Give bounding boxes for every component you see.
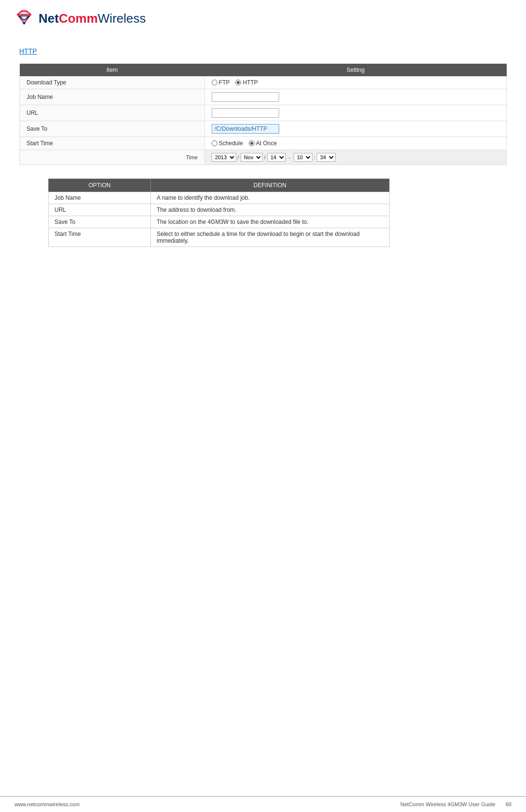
hour-select[interactable]: 10	[294, 153, 312, 162]
logo-text-wireless: Wireless	[98, 11, 146, 26]
start-time-radio-group: Schedule At Once	[212, 140, 499, 147]
download-type-radio-group: FTP HTTP	[212, 79, 499, 86]
row-start-time: Start Time Schedule At Once	[20, 137, 507, 150]
def-definition-cell: The location on the 4GM3W to save the do…	[151, 216, 390, 228]
save-to-input[interactable]	[212, 124, 279, 134]
job-name-input[interactable]	[212, 92, 279, 102]
radio-ftp-circle[interactable]	[212, 80, 217, 85]
radio-ftp[interactable]: FTP	[212, 79, 230, 86]
svg-point-2	[23, 22, 26, 25]
radio-schedule[interactable]: Schedule	[212, 140, 243, 147]
year-select[interactable]: 2013	[212, 153, 236, 162]
radio-at-once[interactable]: At Once	[249, 140, 277, 147]
row-url: URL	[20, 105, 507, 121]
header: NetCommWireless	[0, 0, 526, 33]
col-definition-header: DEFINITION	[151, 179, 390, 192]
page-number: 60	[506, 801, 512, 807]
sep2: /	[264, 154, 266, 160]
setting-start-time: Schedule At Once	[204, 137, 506, 150]
label-url: URL	[20, 105, 205, 121]
day-select[interactable]: 14	[267, 153, 286, 162]
radio-http[interactable]: HTTP	[235, 79, 257, 86]
label-time: Time	[20, 150, 205, 165]
time-label-text: Time	[186, 154, 198, 160]
def-table-row: Start TimeSelect to either schedule a ti…	[49, 228, 390, 247]
sep4: :	[314, 154, 315, 160]
def-definition-cell: Select to either schedule a time for the…	[151, 228, 390, 247]
label-save-to: Save To	[20, 121, 205, 137]
setting-save-to	[204, 121, 506, 137]
row-job-name: Job Name	[20, 89, 507, 105]
col-option-header: OPTION	[49, 179, 151, 192]
radio-http-circle[interactable]	[235, 80, 241, 85]
url-input[interactable]	[212, 108, 279, 118]
def-option-cell: URL	[49, 204, 151, 216]
row-save-to: Save To	[20, 121, 507, 137]
def-table-row: URLThe address to download from.	[49, 204, 390, 216]
setting-job-name	[204, 89, 506, 105]
row-time: Time 2013 / Nov / 14	[20, 150, 507, 165]
time-selects: 2013 / Nov / 14 - 10	[212, 153, 499, 162]
footer-right-text: NetComm Wireless 4GM3W User Guide	[401, 801, 496, 807]
month-select[interactable]: Nov	[241, 153, 263, 162]
def-table-row: Save ToThe location on the 4GM3W to save…	[49, 216, 390, 228]
footer-left: www.netcommwireless.com	[14, 801, 80, 807]
minute-select[interactable]: 34	[317, 153, 336, 162]
def-definition-cell: The address to download from.	[151, 204, 390, 216]
section-title: HTTP	[19, 47, 507, 55]
sep1: /	[238, 154, 239, 160]
setting-time: 2013 / Nov / 14 - 10	[204, 150, 506, 165]
logo: NetCommWireless	[14, 9, 146, 28]
page-content: HTTP Item Setting Download Type FTP	[0, 33, 526, 290]
row-download-type: Download Type FTP HTTP	[20, 76, 507, 89]
sep3: -	[287, 154, 292, 160]
def-definition-cell: A name to identify the download job.	[151, 192, 390, 204]
label-start-time: Start Time	[20, 137, 205, 150]
setting-url	[204, 105, 506, 121]
footer-right: NetComm Wireless 4GM3W User Guide 60	[401, 801, 512, 807]
radio-ftp-label: FTP	[219, 79, 230, 86]
col-setting-header: Setting	[204, 64, 506, 76]
logo-text-comm: Comm	[59, 11, 98, 26]
setting-download-type: FTP HTTP	[204, 76, 506, 89]
radio-schedule-circle[interactable]	[212, 140, 217, 146]
logo-icon	[14, 9, 34, 28]
def-table-row: Job NameA name to identify the download …	[49, 192, 390, 204]
footer: www.netcommwireless.com NetComm Wireless…	[0, 796, 526, 812]
def-option-cell: Job Name	[49, 192, 151, 204]
def-option-cell: Start Time	[49, 228, 151, 247]
label-download-type: Download Type	[20, 76, 205, 89]
form-table: Item Setting Download Type FTP HTTP	[19, 64, 507, 165]
radio-http-label: HTTP	[243, 79, 257, 86]
def-option-cell: Save To	[49, 216, 151, 228]
radio-at-once-label: At Once	[256, 140, 277, 147]
radio-schedule-label: Schedule	[219, 140, 243, 147]
logo-text-net: Net	[39, 11, 59, 26]
label-job-name: Job Name	[20, 89, 205, 105]
radio-at-once-circle[interactable]	[249, 140, 255, 146]
definition-table: OPTION DEFINITION Job NameA name to iden…	[48, 179, 390, 247]
col-item-header: Item	[20, 64, 205, 76]
